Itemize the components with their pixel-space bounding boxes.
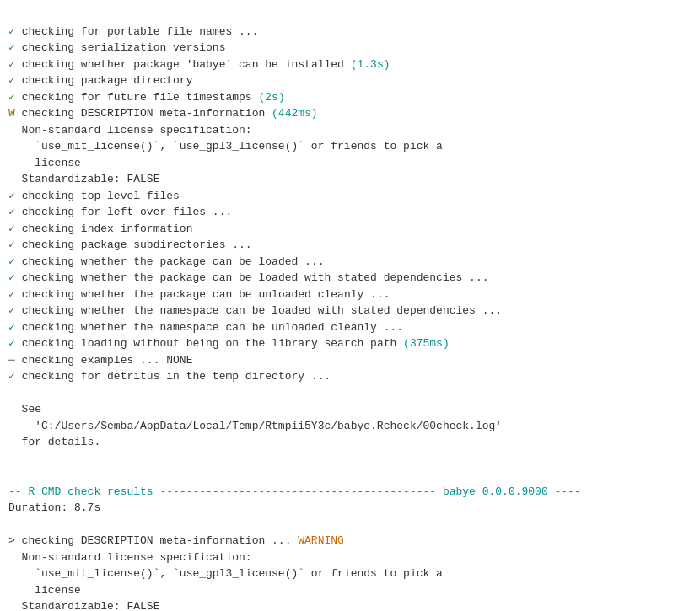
line-pkgdir: ✓ checking package directory bbox=[8, 74, 192, 87]
line-unload: ✓ checking whether the package can be un… bbox=[8, 288, 390, 301]
timing-future: (2s) bbox=[258, 91, 284, 104]
line-index: ✓ checking index information bbox=[8, 222, 192, 235]
check-icon-install: ✓ bbox=[8, 58, 15, 71]
timing-desc: (442ms) bbox=[272, 107, 318, 120]
warn-icon-desc: W bbox=[8, 107, 15, 120]
line-nonstandard-label: Non-standard license specification: bbox=[8, 124, 252, 137]
line-examples: ─ checking examples ... NONE bbox=[8, 354, 192, 367]
line-subdirs: ✓ checking package subdirectories ... bbox=[8, 239, 252, 251]
check-icon-serial: ✓ bbox=[8, 41, 15, 54]
line-see: See bbox=[8, 403, 41, 415]
terminal-output: ✓ checking for portable file names ... ✓… bbox=[0, 0, 700, 611]
line-leftover: ✓ checking for left-over files ... bbox=[8, 206, 232, 218]
check-icon-unload: ✓ bbox=[8, 288, 15, 301]
check-icon-load-deps: ✓ bbox=[8, 271, 15, 284]
line-portable: ✓ checking for portable file names ... bbox=[8, 25, 258, 38]
line-fordetails: for details. bbox=[8, 436, 100, 448]
line-license2-end: license bbox=[8, 584, 81, 597]
check-icon-ns-load: ✓ bbox=[8, 304, 15, 317]
line-install: ✓ checking whether package 'babye' can b… bbox=[8, 58, 390, 71]
check-icon-ns-unload: ✓ bbox=[8, 321, 15, 334]
line-ns-unload: ✓ checking whether the namespace can be … bbox=[8, 321, 403, 334]
line-library-path: ✓ checking loading without being on the … bbox=[8, 337, 450, 350]
line-license2: `use_mit_license()`, `use_gpl3_license()… bbox=[8, 567, 443, 580]
line-future: ✓ checking for future file timestamps (2… bbox=[8, 91, 285, 104]
separator-line: -- R CMD check results -----------------… bbox=[8, 485, 581, 498]
line-ns-load: ✓ checking whether the namespace can be … bbox=[8, 304, 502, 317]
line-warning-header: > checking DESCRIPTION meta-information … bbox=[8, 534, 344, 547]
check-icon-detritus: ✓ bbox=[8, 370, 15, 383]
check-icon-subdirs: ✓ bbox=[8, 239, 15, 251]
check-icon-toplevel: ✓ bbox=[8, 190, 15, 202]
line-license-options: `use_mit_license()`, `use_gpl3_license()… bbox=[8, 140, 443, 153]
check-icon-future: ✓ bbox=[8, 91, 15, 104]
line-standardizable: Standardizable: FALSE bbox=[8, 173, 159, 185]
line-license-end: license bbox=[8, 157, 81, 169]
check-icon-index: ✓ bbox=[8, 222, 15, 235]
line-load-deps: ✓ checking whether the package can be lo… bbox=[8, 271, 489, 284]
line-toplevel: ✓ checking top-level files bbox=[8, 190, 180, 202]
line-duration: Duration: 8.7s bbox=[8, 501, 100, 514]
line-nonstandard2: Non-standard license specification: bbox=[8, 551, 252, 564]
line-logpath: 'C:/Users/Semba/AppData/Local/Temp/Rtmpi… bbox=[8, 420, 502, 432]
timing-install: (1.3s) bbox=[351, 58, 390, 71]
line-serial: ✓ checking serialization versions bbox=[8, 41, 225, 54]
check-icon-library-path: ✓ bbox=[8, 337, 15, 350]
check-icon-pkgdir: ✓ bbox=[8, 74, 15, 87]
check-icon-leftover: ✓ bbox=[8, 206, 15, 218]
warning-label: WARNING bbox=[298, 534, 344, 547]
line-detritus: ✓ checking for detritus in the temp dire… bbox=[8, 370, 331, 383]
line-load: ✓ checking whether the package can be lo… bbox=[8, 255, 325, 268]
dash-icon-examples: ─ bbox=[8, 354, 15, 367]
line-desc-warn: W checking DESCRIPTION meta-information … bbox=[8, 107, 318, 120]
check-icon-portable: ✓ bbox=[8, 25, 15, 38]
check-icon-load: ✓ bbox=[8, 255, 15, 268]
separator-text: -- R CMD check results -----------------… bbox=[8, 485, 581, 498]
line-standardizable2: Standardizable: FALSE bbox=[8, 600, 159, 611]
timing-library: (375ms) bbox=[403, 337, 450, 350]
